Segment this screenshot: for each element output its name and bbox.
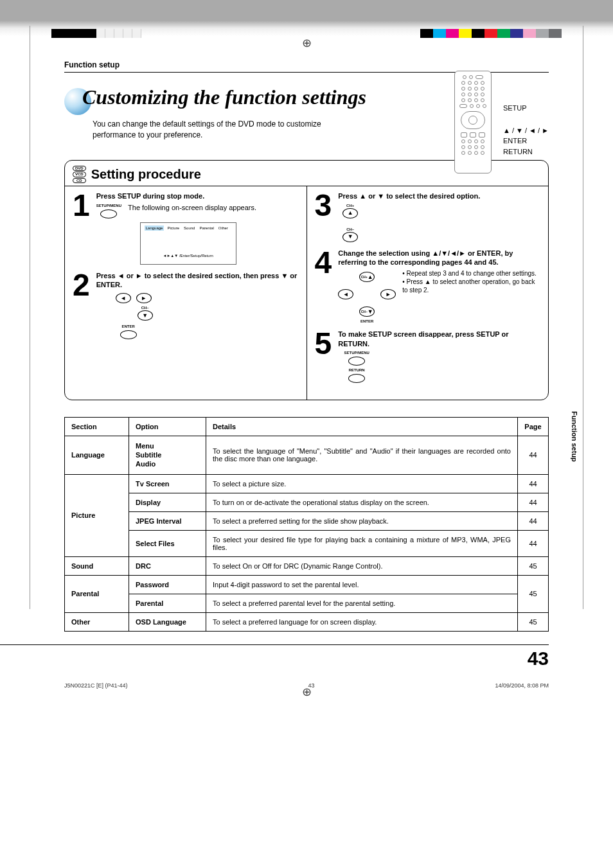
enter-label: ENTER bbox=[503, 136, 549, 146]
cell-page: 45 bbox=[518, 575, 549, 612]
remote-icon bbox=[454, 71, 492, 173]
setup-button-icon bbox=[100, 209, 117, 218]
col-option: Option bbox=[129, 417, 206, 436]
cell-section: Parental bbox=[65, 575, 129, 612]
right-button-icon: ► bbox=[136, 293, 152, 303]
return-button-icon bbox=[348, 374, 365, 383]
osd-footer: ◄►▲▼ /Enter/Setup/Return bbox=[145, 254, 232, 258]
cell-details: To select the language of "Menu", "Subti… bbox=[206, 436, 518, 474]
settings-table: Section Option Details Page LanguageMenu… bbox=[64, 417, 549, 632]
step-2: 2 Press ◄ or ► to select the desired sec… bbox=[73, 271, 299, 340]
table-row: Select FilesTo select your desired file … bbox=[65, 530, 549, 556]
cell-option: Parental bbox=[129, 594, 206, 612]
cell-option: Select Files bbox=[129, 530, 206, 556]
cell-details: To select a preferred language for on sc… bbox=[206, 612, 518, 631]
cell-details: To select a preferred parental level for… bbox=[206, 594, 518, 612]
cell-details: To select your desired file type for pla… bbox=[206, 530, 518, 556]
col-section: Section bbox=[65, 417, 129, 436]
remote-illustration: SETUP ▲ / ▼ / ◄ / ► ENTER RETURN bbox=[454, 71, 549, 173]
return-label: RETURN bbox=[349, 368, 365, 372]
osd-tab: Parental bbox=[198, 226, 215, 231]
dpad-icon: CH+▲ ◄ ► CH–▼ bbox=[338, 272, 396, 317]
cell-details: Input 4-digit password to set the parent… bbox=[206, 575, 518, 594]
cell-details: To turn on or de-activate the operationa… bbox=[206, 493, 518, 511]
cell-page: 44 bbox=[518, 474, 549, 493]
button-label: SETUP/MENU bbox=[96, 204, 121, 208]
ch-up-label: CH+ bbox=[346, 204, 354, 208]
osd-tab: Sound bbox=[182, 226, 196, 231]
cell-section: Sound bbox=[65, 556, 129, 575]
enter-button-icon bbox=[120, 330, 137, 339]
remote-callouts: SETUP ▲ / ▼ / ◄ / ► ENTER RETURN bbox=[503, 103, 549, 157]
ch-down-label: CH– bbox=[346, 227, 354, 231]
osd-preview: Language Picture Sound Parental Other ◄►… bbox=[140, 222, 236, 265]
cell-page: 44 bbox=[518, 493, 549, 511]
doc-id: J5N00221C [E] (P41-44) bbox=[64, 682, 128, 689]
badge-dvd: DVD bbox=[73, 166, 86, 172]
step-3: 3 Press ▲ or ▼ to select the desired opt… bbox=[315, 191, 541, 242]
col-details: Details bbox=[206, 417, 518, 436]
osd-tab: Language bbox=[145, 226, 164, 231]
step-4: 4 Change the selection using ▲/▼/◄/► or … bbox=[315, 249, 541, 324]
cell-section: Picture bbox=[65, 474, 129, 556]
step-5: 5 To make SETUP screen disappear, press … bbox=[315, 330, 541, 383]
table-row: ParentalTo select a preferred parental l… bbox=[65, 594, 549, 612]
cell-details: To select a picture size. bbox=[206, 474, 518, 493]
setup-label: SETUP bbox=[503, 103, 549, 114]
badge-cd: CD bbox=[73, 178, 86, 184]
osd-tab: Other bbox=[217, 226, 229, 231]
table-row: PictureTv ScreenTo select a picture size… bbox=[65, 474, 549, 493]
cell-section: Language bbox=[65, 436, 129, 474]
step-subtext: The following on-screen display appears. bbox=[128, 204, 256, 211]
cell-option: Tv Screen bbox=[129, 474, 206, 493]
cell-option: Display bbox=[129, 493, 206, 511]
setup-menu-label: SETUP/MENU bbox=[344, 351, 369, 355]
cell-option: MenuSubtitleAudio bbox=[129, 436, 206, 474]
cell-section: Other bbox=[65, 612, 129, 631]
color-calibration-bars bbox=[420, 29, 562, 38]
step-heading: Change the selection using ▲/▼/◄/► or EN… bbox=[338, 249, 540, 267]
down-button-icon: ▼ bbox=[138, 310, 153, 321]
cell-details: To select On or Off for DRC (Dynamic Ran… bbox=[206, 556, 518, 575]
crosshair-icon: ⊕ bbox=[302, 36, 312, 50]
table-row: JPEG IntervalTo select a preferred setti… bbox=[65, 511, 549, 530]
step-number: 3 bbox=[315, 191, 332, 242]
step-number: 5 bbox=[315, 330, 332, 383]
left-button-icon: ◄ bbox=[116, 293, 131, 303]
step-heading: To make SETUP screen disappear, press SE… bbox=[338, 330, 540, 348]
setup-button-icon bbox=[348, 357, 365, 366]
print-header-bar: ⊕ bbox=[0, 0, 613, 51]
step-heading: Press ◄ or ► to select the desired secti… bbox=[96, 271, 299, 290]
arrows-label: ▲ / ▼ / ◄ / ► bbox=[503, 125, 549, 136]
page-number: 43 bbox=[0, 644, 549, 669]
step-heading: Press ▲ or ▼ to select the desired optio… bbox=[338, 191, 540, 200]
table-row: LanguageMenuSubtitleAudioTo select the l… bbox=[65, 436, 549, 474]
step-heading: Press SETUP during stop mode. bbox=[96, 191, 299, 200]
table-row: OtherOSD LanguageTo select a preferred l… bbox=[65, 612, 549, 631]
note-item: Repeat step 3 and 4 to change other sett… bbox=[402, 269, 540, 278]
step-number: 2 bbox=[73, 271, 90, 340]
intro-text: You can change the default settings of t… bbox=[64, 115, 347, 154]
enter-label: ENTER bbox=[122, 324, 135, 328]
note-item: Press ▲ to select another operation, go … bbox=[402, 278, 540, 294]
page-title: Customizing the function settings bbox=[82, 85, 366, 109]
down-button-icon: ▼ bbox=[342, 232, 358, 242]
cell-page: 45 bbox=[518, 612, 549, 631]
footer-timestamp: 14/09/2004, 8:08 PM bbox=[495, 682, 549, 689]
cell-page: 45 bbox=[518, 556, 549, 575]
disc-badges: DVD VCD CD bbox=[73, 166, 86, 184]
step-number: 4 bbox=[315, 249, 332, 324]
cell-option: OSD Language bbox=[129, 612, 206, 631]
ch-down-label: CH– bbox=[141, 306, 149, 310]
cell-option: JPEG Interval bbox=[129, 511, 206, 530]
cell-details: To select a preferred setting for the sl… bbox=[206, 511, 518, 530]
enter-label: ENTER bbox=[338, 319, 396, 323]
step-number: 1 bbox=[73, 191, 90, 264]
table-row: DisplayTo turn on or de-activate the ope… bbox=[65, 493, 549, 511]
up-button-icon: ▲ bbox=[342, 208, 358, 218]
col-page: Page bbox=[518, 417, 549, 436]
cell-page: 44 bbox=[518, 436, 549, 474]
cell-option: DRC bbox=[129, 556, 206, 575]
cell-page: 44 bbox=[518, 530, 549, 556]
registration-marks-left bbox=[51, 29, 141, 38]
